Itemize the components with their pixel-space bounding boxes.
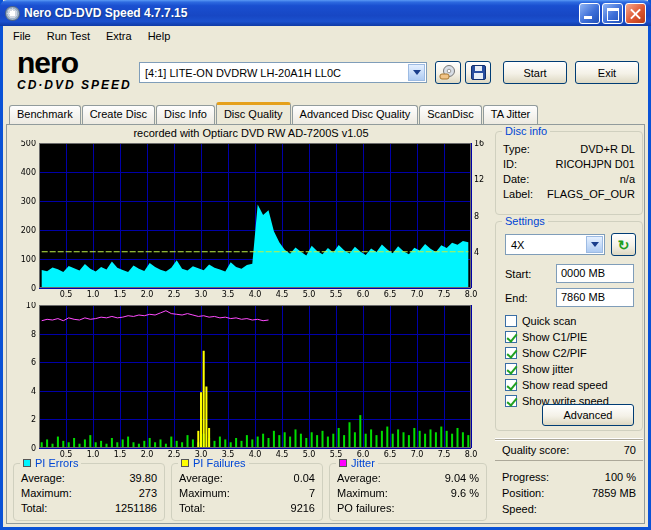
checkbox-show-c2-pif[interactable]: Show C2/PIF xyxy=(505,346,587,360)
checkbox-quick-scan[interactable]: Quick scan xyxy=(505,314,576,328)
checkbox-label: Show jitter xyxy=(522,363,573,375)
progress-value: 100 % xyxy=(605,469,636,485)
toolbar: nero CD·DVD SPEED [4:1] LITE-ON DVDRW LH… xyxy=(3,46,648,102)
disc-info-value: DVD+R DL xyxy=(580,142,635,157)
stat-label: Average: xyxy=(179,471,223,486)
menu-run-test[interactable]: Run Test xyxy=(39,28,98,44)
stat-value: 1251186 xyxy=(115,501,157,516)
nero-logo: nero CD·DVD SPEED xyxy=(17,48,132,91)
stat-value: 9216 xyxy=(291,501,315,516)
settings-title-text: Settings xyxy=(505,215,545,227)
checkbox-box[interactable] xyxy=(505,363,517,375)
disc-info-label: Date: xyxy=(503,172,529,187)
jitter-legend-chip xyxy=(339,459,347,467)
stat-row: Average: 39.80 xyxy=(14,471,164,486)
disc-info-value: n/a xyxy=(620,172,635,187)
checkbox-box[interactable] xyxy=(505,395,517,407)
stat-value: 7 xyxy=(309,486,315,501)
tab-create-disc[interactable]: Create Disc xyxy=(82,105,155,124)
disc-info-value: FLAGS_OF_OUR xyxy=(547,187,635,202)
quality-score-row: Quality score: 70 xyxy=(495,439,643,461)
disc-info-title-text: Disc info xyxy=(505,125,547,137)
checkbox-label: Show C2/PIF xyxy=(522,347,587,359)
menu-help[interactable]: Help xyxy=(140,28,179,44)
disc-info-label: Type: xyxy=(503,142,530,157)
pi-errors-stats-group: PI Errors Average: 39.80 Maximum: 273 To… xyxy=(13,463,165,521)
pi-errors-title-text: PI Errors xyxy=(35,457,78,469)
maximize-button[interactable] xyxy=(602,3,623,24)
start-button[interactable]: Start xyxy=(503,61,567,84)
tab-benchmark[interactable]: Benchmark xyxy=(9,105,81,124)
stat-label: Total: xyxy=(179,501,205,516)
stat-row: Average: 9.04 % xyxy=(330,471,486,486)
title-bar[interactable]: Nero CD-DVD Speed 4.7.7.15 xyxy=(0,0,651,26)
eject-disc-button[interactable] xyxy=(435,61,461,84)
scan-speed-value: 4X xyxy=(511,239,524,251)
pi-failures-title-text: PI Failures xyxy=(193,457,246,469)
tab-ta-jitter[interactable]: TA Jitter xyxy=(483,105,539,124)
minimize-button[interactable] xyxy=(579,3,600,24)
tab-disc-quality[interactable]: Disc Quality xyxy=(216,102,291,124)
start-position-label: Start: xyxy=(505,268,531,280)
checkbox-box[interactable] xyxy=(505,331,517,343)
progress-label: Progress: xyxy=(502,469,549,485)
close-button[interactable] xyxy=(625,3,646,24)
pi-failures-stats-group: PI Failures Average: 0.04 Maximum: 7 Tot… xyxy=(171,463,323,521)
nero-logo-wordmark: nero xyxy=(17,48,132,78)
stat-label: PO failures: xyxy=(337,501,394,516)
position-row: Position: 7859 MB xyxy=(495,485,643,501)
refresh-button[interactable]: ↻ xyxy=(611,233,636,256)
app-window: Nero CD-DVD Speed 4.7.7.15 File Run Test… xyxy=(0,0,651,530)
jitter-stats-title: Jitter xyxy=(336,457,378,469)
stat-row: Total: 1251186 xyxy=(14,501,164,516)
tab-disc-info[interactable]: Disc Info xyxy=(156,105,215,124)
refresh-icon: ↻ xyxy=(618,238,630,252)
tab-scandisc[interactable]: ScanDisc xyxy=(419,105,481,124)
stat-row: PO failures: xyxy=(330,501,486,516)
tab-advanced-disc-quality[interactable]: Advanced Disc Quality xyxy=(292,105,419,124)
save-button[interactable] xyxy=(465,61,491,84)
speed-label: Speed: xyxy=(502,501,537,517)
drive-selector[interactable]: [4:1] LITE-ON DVDRW LH-20A1H LL0C xyxy=(139,62,427,83)
position-label: Position: xyxy=(502,485,544,501)
app-disc-icon xyxy=(5,6,20,21)
stat-row: Maximum: 9.6 % xyxy=(330,486,486,501)
end-position-row: End: 7860 MB xyxy=(505,288,634,307)
checkbox-box[interactable] xyxy=(505,347,517,359)
exit-button[interactable]: Exit xyxy=(575,61,639,84)
stat-row: Maximum: 7 xyxy=(172,486,322,501)
tab-strip: Benchmark Create Disc Disc Info Disc Qua… xyxy=(9,102,642,124)
stat-label: Maximum: xyxy=(179,486,230,501)
checkbox-show-jitter[interactable]: Show jitter xyxy=(505,362,573,376)
advanced-button[interactable]: Advanced xyxy=(542,404,634,426)
menu-file[interactable]: File xyxy=(5,28,39,44)
position-value: 7859 MB xyxy=(592,485,636,501)
checkbox-box[interactable] xyxy=(505,315,517,327)
checkbox-box[interactable] xyxy=(505,379,517,391)
stat-value: 273 xyxy=(139,486,157,501)
pi-failures-stats-title: PI Failures xyxy=(178,457,249,469)
chart-header: recorded with Optiarc DVD RW AD-7200S v1… xyxy=(7,127,495,139)
scan-speed-select[interactable]: 4X xyxy=(505,234,605,255)
chevron-down-icon[interactable] xyxy=(408,64,425,81)
advanced-button-label: Advanced xyxy=(564,409,613,421)
end-position-label: End: xyxy=(505,292,528,304)
menu-bar: File Run Test Extra Help xyxy=(3,26,648,46)
chevron-down-icon[interactable] xyxy=(586,236,603,253)
progress-row: Progress: 100 % xyxy=(495,469,643,485)
disc-info-row: Label: FLAGS_OF_OUR xyxy=(496,187,642,202)
start-position-field[interactable]: 0000 MB xyxy=(556,264,634,283)
menu-extra[interactable]: Extra xyxy=(98,28,140,44)
end-position-field[interactable]: 7860 MB xyxy=(556,288,634,307)
checkbox-show-read-speed[interactable]: Show read speed xyxy=(505,378,608,392)
checkbox-label: Quick scan xyxy=(522,315,576,327)
nero-logo-subtitle: CD·DVD SPEED xyxy=(17,79,132,91)
start-button-label: Start xyxy=(523,67,546,79)
disc-info-value: RICOHJPN D01 xyxy=(556,157,635,172)
exit-button-label: Exit xyxy=(598,67,616,79)
start-position-row: Start: 0000 MB xyxy=(505,264,634,283)
progress-area: Progress: 100 % Position: 7859 MB Speed: xyxy=(495,469,643,517)
checkbox-show-c1-pie[interactable]: Show C1/PIE xyxy=(505,330,587,344)
checkbox-label: Show C1/PIE xyxy=(522,331,587,343)
stat-row: Maximum: 273 xyxy=(14,486,164,501)
